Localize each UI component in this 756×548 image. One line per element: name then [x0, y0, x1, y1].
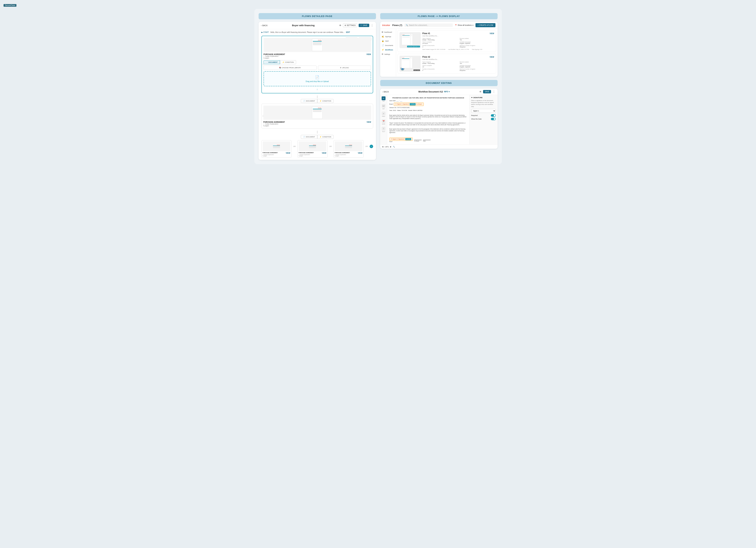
doc-save-button[interactable]: SAVE: [483, 90, 491, 93]
search-bar[interactable]: 🔍 Search for a document...: [404, 24, 453, 27]
avatar-icon: ○: [264, 55, 264, 57]
doc-brand-2: tricolor: [313, 107, 322, 108]
branch-view-2[interactable]: VIEW: [322, 152, 326, 154]
sidebar-item-workflows[interactable]: ⚡ Workflows: [380, 48, 396, 52]
settings-button[interactable]: ⚙ SETTINGS: [343, 24, 357, 27]
document-tab-1[interactable]: 📄 DOCUMENT: [264, 60, 280, 64]
vault-label: Vault: [385, 40, 389, 42]
condition-tab-1[interactable]: ⚡ CONDITION: [280, 60, 296, 64]
edit-link[interactable]: EDIT: [346, 31, 350, 33]
flows-detail-body: ▶ START Hello, this is a Buyer with fina…: [259, 29, 376, 160]
save-button[interactable]: 🛡 SAVE: [359, 24, 369, 27]
tool-date[interactable]: 📅 DATE: [382, 119, 386, 125]
doc-preview-inner-1: tricolor: [312, 39, 323, 51]
flows-page-section: FLOWS PAGE -> FLOWS DISPLAY tricolor Flo…: [380, 13, 498, 77]
flow-1-time-stat: Time to complete 24 hours: [422, 41, 457, 44]
doc-text-title: PROHIBITION AGAINST USE FOR HIRE, RENT, …: [389, 97, 467, 99]
small-preview-3: tricolor: [335, 141, 363, 151]
signature-field-1[interactable]: ✏ Signer 1 Signature* modelby Co-Buyer: [394, 102, 424, 106]
flow-info-1: Flow #1 VIEW Use this workflow for... Ty…: [422, 32, 494, 50]
document-tab-2[interactable]: 📄 DOCUMENT: [301, 99, 317, 103]
eye-button[interactable]: 👁: [339, 24, 341, 27]
settings-label: SETTINGS: [347, 24, 356, 26]
sidebar-item-dashboard[interactable]: ⊞ Dashboard: [380, 30, 396, 34]
sidebar-item-vault[interactable]: 🔒 Vault: [380, 39, 396, 43]
connector-2: [317, 131, 317, 133]
tool-initial[interactable]: AZ INIT: [382, 104, 386, 109]
doc-preview-1: tricolor: [264, 38, 371, 52]
location-filter[interactable]: 📍 Show all locations ▾: [455, 24, 473, 26]
branch-view-1[interactable]: VIEW: [286, 152, 290, 154]
vault-icon: 🔒: [382, 40, 384, 42]
or-label-2: OR: [329, 140, 332, 147]
branch-view-3[interactable]: VIEW: [358, 152, 362, 154]
upload-btn[interactable]: ⬆ UPLOAD: [318, 66, 371, 70]
flow-1-dates: Date Created: August 30, 2023, 10:03 AM …: [422, 49, 494, 50]
drag-handle-1[interactable]: ⠿: [262, 63, 264, 66]
doc-edit-body: ✏ SIG AZ INIT ✔ PREV 📅: [380, 95, 498, 144]
branch-doc-tab[interactable]: 📄 DOCUMENT: [301, 135, 317, 139]
previous-tool-icon: ✔: [382, 112, 386, 115]
branch-doc-3: tricolor PURCHASE AGREEMENT VIEW: [334, 140, 364, 158]
create-flow-btn[interactable]: + CREATE A FLOW: [475, 23, 495, 27]
upload-zone[interactable]: 📄 Drag and drop files or Upload: [264, 71, 371, 86]
tool-signature[interactable]: ✏ SIG: [382, 96, 386, 102]
flow-2-view[interactable]: VIEW: [490, 56, 494, 58]
doc-more-button[interactable]: ⋮: [492, 90, 495, 93]
condition-icon-2: ⚡: [320, 100, 322, 102]
flow-1-name: Flow #1: [422, 32, 430, 35]
location-label: Show all locations: [458, 24, 472, 26]
tool-text[interactable]: T TEXT: [382, 127, 386, 132]
flow-2-stats: Type of signing Avatar + Recording Remot…: [422, 61, 494, 71]
condition-tab-2[interactable]: ⚡ CONDITION: [317, 99, 334, 103]
signer-select[interactable]: Signer 1: [471, 109, 496, 113]
show-date-toggle[interactable]: [491, 118, 496, 120]
view-btn-2[interactable]: VIEW: [367, 121, 371, 123]
required-toggle-label: Required: [471, 115, 478, 116]
sidebar-item-settings[interactable]: ⚙ Settings: [380, 52, 396, 56]
show-date-toggle-label: Show the Date: [471, 118, 482, 120]
doc-edit-tools: ✏ SIG AZ INIT ✔ PREV 📅: [380, 95, 387, 144]
upload-icon: ⬆: [340, 67, 341, 69]
doc-eye-button[interactable]: 👁: [479, 90, 482, 93]
left-column: FLOWS DETAILED PAGE ‹ BACK Buyer with fi…: [259, 13, 376, 160]
sidebar-item-documents[interactable]: 📄 Documents: [380, 43, 396, 48]
tool-previous[interactable]: ✔ PREV: [382, 112, 386, 117]
doc-name-1: PURCHASE AGREEMENT: [264, 53, 285, 55]
choose-library-btn[interactable]: 📚 CHOOSE FROM LIBRARY: [264, 66, 317, 70]
view-btn-1[interactable]: VIEW: [366, 53, 371, 55]
flow-2-signers-stat: Maximum number of signers Required: [460, 68, 494, 71]
avatar-icon-2: ○: [263, 123, 264, 125]
sidebar-item-signings[interactable]: ✍ Signings: [380, 34, 396, 39]
settings-icon: ⚙: [345, 24, 346, 26]
doc-card-1: ⠿ ✕ REMOVE ○ OPTIONAL tricolor: [261, 36, 373, 93]
flows-main-content: ⊞ Dashboard ✍ Signings 🔒 Vault 📄: [380, 29, 498, 77]
dashboard-label: Dashboard: [384, 31, 392, 33]
doc-edit-back[interactable]: ‹ BACK: [382, 91, 389, 93]
flow-1-remote-stat: Remote enabled Yes: [460, 38, 494, 41]
more-options-button[interactable]: ⋮: [371, 24, 373, 27]
main-container: FLOWS DETAILED PAGE ‹ BACK Buyer with fi…: [254, 9, 502, 164]
info-dropdown[interactable]: INFO ▾: [444, 91, 450, 93]
branch-condition-tab[interactable]: ⚡ CONDITION: [317, 135, 334, 139]
buyer-sig-field[interactable]: ✏ Signer 2 Signature* modelby: [389, 137, 413, 141]
flow-1-docs-stat: Number of documents 4: [422, 45, 457, 48]
date-tool-label: DATE: [382, 123, 385, 125]
doc-edit-header: ‹ BACK Workflow Document #12 INFO ▾ 👁 SA…: [380, 89, 498, 95]
doc-pages-1: 5 pages: [264, 57, 285, 59]
doc-content-area: PROHIBITION AGAINST USE FOR HIRE, RENT, …: [387, 95, 469, 144]
signature-row-1: ✏ Signer 2 Signature* modelby Buyer ____…: [389, 137, 467, 143]
back-button[interactable]: ‹ BACK: [261, 24, 268, 27]
doc-meta-avatar-2: Avatar Explanation: [265, 123, 278, 125]
doc-card-2: ⠿ tricolor PURCHASE AGREEMENT: [261, 104, 373, 128]
branch-remove[interactable]: −: [370, 140, 373, 148]
flows-sidebar: ⊞ Dashboard ✍ Signings 🔒 Vault 📄: [380, 29, 396, 77]
required-toggle[interactable]: [491, 114, 496, 117]
prev-page-btn[interactable]: ◀: [382, 146, 383, 148]
flow-2-signing-stat: Type of signing Avatar + Recording: [422, 61, 457, 64]
required-toggle-row: Required: [471, 114, 496, 117]
flow-1-view[interactable]: VIEW: [490, 33, 494, 34]
next-page-btn[interactable]: ▶: [390, 146, 392, 148]
or-label-3: OR: [365, 140, 368, 147]
save-icon: 🛡: [360, 24, 362, 26]
